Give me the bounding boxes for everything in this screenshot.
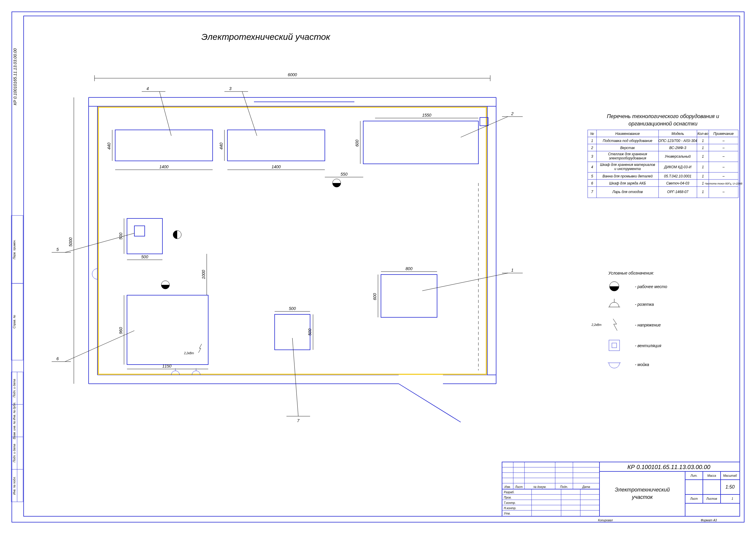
r5-note: – bbox=[722, 174, 725, 178]
svg-rect-79 bbox=[609, 340, 620, 351]
legend-pw: 2,2кВт bbox=[591, 323, 602, 327]
r1-qty: 1 bbox=[702, 139, 704, 143]
callout-2: 2 bbox=[511, 111, 514, 116]
svg-rect-80 bbox=[612, 343, 617, 348]
tb-lit: Лит. bbox=[690, 474, 697, 477]
r3-model: Универсальный bbox=[664, 154, 691, 158]
r2-n: 2 bbox=[591, 146, 593, 150]
svg-rect-23 bbox=[275, 314, 310, 350]
th-n: № bbox=[590, 132, 594, 136]
dim-overall-w: 6000 bbox=[288, 72, 297, 77]
tb-r1: Изм. bbox=[504, 485, 511, 489]
r3-qty: 1 bbox=[702, 154, 704, 158]
frame-code-side: КР 0.10010165.11.13.03.00.00 bbox=[13, 48, 17, 105]
tb-r3: № докум. bbox=[533, 485, 546, 489]
workplace-icon-1 bbox=[333, 179, 341, 187]
legend-workplace-icon bbox=[609, 281, 619, 291]
r3-n: 3 bbox=[591, 154, 593, 158]
r7-n: 7 bbox=[591, 190, 594, 194]
power-label-6: 2,2кВт bbox=[184, 352, 194, 355]
tb-row-4: Утв. bbox=[503, 512, 511, 515]
svg-rect-0 bbox=[12, 12, 744, 522]
r6-qty: 1 bbox=[702, 181, 704, 185]
r1-name: Подставка под оборудование bbox=[603, 139, 652, 143]
legend-vent: - вентиляция bbox=[635, 343, 662, 348]
svg-rect-21 bbox=[134, 226, 145, 236]
side-label-c: Взам. инв. № Инв. № дубл. bbox=[13, 402, 16, 439]
legend-socket-icon bbox=[608, 299, 620, 307]
callout-3: 3 bbox=[229, 86, 231, 91]
legend-workplace: - рабочее место bbox=[635, 284, 667, 289]
legend-wash-icon bbox=[608, 363, 621, 368]
svg-rect-24 bbox=[381, 275, 437, 317]
th-qty: Кол-во bbox=[697, 132, 709, 136]
svg-rect-22 bbox=[127, 295, 208, 364]
r6-name: Шкаф для заряда АКБ bbox=[609, 181, 646, 185]
tb-mass: Масса bbox=[707, 474, 716, 477]
dim-600a: 600 bbox=[355, 140, 359, 147]
tb-row-3: Н.контр. bbox=[504, 507, 516, 510]
svg-rect-16 bbox=[98, 107, 486, 374]
r6-n: 6 bbox=[591, 181, 593, 185]
tb-name-1: Электротехнический bbox=[615, 487, 670, 493]
r7-qty: 1 bbox=[702, 190, 704, 194]
dim-800: 800 bbox=[405, 266, 413, 271]
page-title: Электротехнический участок bbox=[202, 32, 331, 41]
dim-1150: 1150 bbox=[162, 364, 171, 368]
callout-1: 1 bbox=[511, 268, 514, 273]
r1-note: – bbox=[722, 139, 725, 143]
dim-1550: 1550 bbox=[422, 113, 431, 118]
th-model: Модель bbox=[671, 132, 684, 136]
r5-n: 5 bbox=[591, 174, 593, 178]
svg-rect-17 bbox=[115, 130, 213, 161]
callout-7: 7 bbox=[297, 418, 300, 423]
svg-line-62 bbox=[422, 273, 508, 291]
dim-500d: 500 bbox=[308, 329, 312, 335]
side-label-b: Подп. и дата bbox=[13, 444, 16, 462]
side-label-d: Подп. и дата bbox=[13, 379, 16, 397]
dim-960: 960 bbox=[119, 327, 123, 334]
tb-scale: 1:50 bbox=[725, 484, 735, 490]
callout-6: 6 bbox=[56, 356, 59, 361]
r3-name-a: Стеллаж для хранения bbox=[608, 152, 647, 156]
tb-n1: 1 bbox=[732, 497, 733, 500]
r5-name: Ванна для промывки деталей bbox=[603, 174, 653, 178]
legend-voltage-icon bbox=[613, 319, 617, 331]
tb-row-1: Пров. bbox=[504, 496, 511, 499]
svg-rect-19 bbox=[363, 121, 478, 164]
tb-row-0: Разраб. bbox=[504, 491, 514, 494]
r5-qty: 1 bbox=[702, 174, 704, 178]
dim-500c: 500 bbox=[289, 306, 296, 311]
tb-row-2: Т.контр. bbox=[504, 501, 516, 504]
tb-masht: Масштаб bbox=[723, 474, 737, 477]
callout-4: 4 bbox=[147, 86, 149, 91]
tb-listov: Листов bbox=[706, 497, 717, 500]
side-label-2: Перв. примен. bbox=[13, 240, 16, 259]
th-note: Примечание bbox=[713, 132, 734, 136]
footer-r: Формат A3 bbox=[701, 519, 717, 522]
tb-r2: Лист bbox=[515, 485, 523, 489]
tb-r4: Подп. bbox=[560, 485, 568, 489]
tb-list: Лист bbox=[690, 497, 698, 500]
r5-model: 05.Т.042.10.0001 bbox=[664, 174, 691, 178]
dim-1400b: 1400 bbox=[271, 164, 281, 169]
svg-line-54 bbox=[461, 117, 508, 137]
tb-code: КР 0.100101.65.11.13.03.00.00 bbox=[628, 464, 711, 470]
dim-overall-h: 5000 bbox=[68, 237, 73, 247]
r7-model: ОРГ-1468-07 bbox=[667, 190, 689, 194]
footer-l: Копировал bbox=[598, 519, 613, 522]
r4-n: 4 bbox=[591, 165, 593, 169]
r6-note: Частота тока=50Гц, U=220В bbox=[705, 182, 742, 185]
side-label-a: Инв. № подл. bbox=[13, 476, 16, 495]
r3-name-b: электрооборудования bbox=[609, 156, 646, 160]
r4-note: – bbox=[722, 165, 725, 169]
dim-550: 550 bbox=[340, 172, 348, 176]
tb-name-2: участок bbox=[632, 494, 653, 500]
r7-note: – bbox=[722, 190, 725, 194]
svg-line-52 bbox=[242, 92, 257, 136]
workplace-icon-2 bbox=[173, 230, 181, 239]
r2-model: ВС-2МФ-3 bbox=[669, 146, 686, 150]
dim-500b: 500 bbox=[119, 233, 123, 240]
legend-wash: - мойка bbox=[635, 362, 649, 367]
dim-500a: 500 bbox=[141, 254, 148, 259]
